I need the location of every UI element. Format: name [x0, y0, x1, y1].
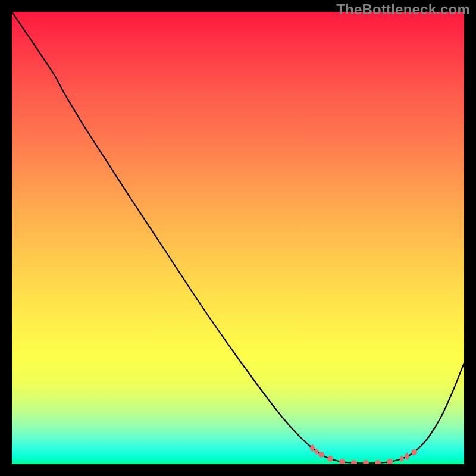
plot-area: [12, 12, 464, 464]
curve-markers: [309, 444, 417, 464]
curve-marker: [363, 460, 369, 464]
curve-marker: [339, 459, 345, 464]
watermark-text: TheBottleneck.com: [336, 1, 470, 18]
curve-marker: [387, 459, 393, 464]
curve-marker: [375, 460, 381, 464]
curve-marker: [399, 455, 404, 462]
curve-marker: [318, 452, 324, 458]
chart-container: TheBottleneck.com: [0, 0, 476, 476]
curve-marker: [404, 452, 410, 461]
curve-marker: [309, 444, 315, 452]
curve-marker: [314, 448, 319, 455]
curve-marker: [351, 460, 357, 464]
curve-marker: [411, 449, 417, 455]
curve-marker: [327, 456, 333, 462]
bottleneck-curve-path: [12, 12, 464, 463]
curve-svg: [12, 12, 464, 464]
